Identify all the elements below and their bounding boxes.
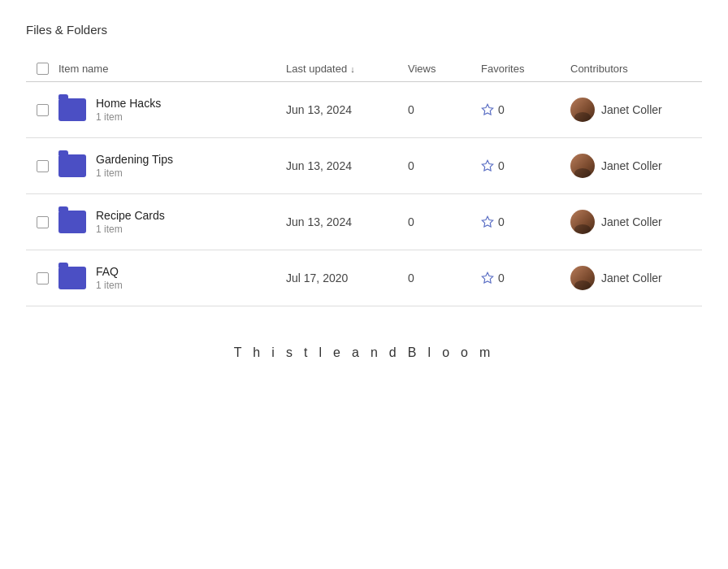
item-cell: Recipe Cards 1 item xyxy=(58,209,286,235)
item-name: Recipe Cards xyxy=(96,209,165,222)
svg-marker-2 xyxy=(482,216,492,227)
sort-arrow-down: ↓ xyxy=(350,64,355,74)
favorites-count: 0 xyxy=(498,215,505,228)
svg-marker-3 xyxy=(482,272,492,283)
star-icon xyxy=(481,103,494,116)
svg-marker-1 xyxy=(482,160,492,171)
item-name: FAQ xyxy=(96,265,123,278)
folder-icon xyxy=(58,267,86,289)
item-count: 1 item xyxy=(96,111,161,123)
row-checkbox-cell xyxy=(26,160,58,172)
contributors-cell: Janet Coller xyxy=(570,98,717,122)
star-icon xyxy=(481,215,494,228)
views-cell: 0 xyxy=(408,215,481,228)
more-options-button[interactable]: ⋮ xyxy=(717,154,728,178)
header-checkbox-cell xyxy=(26,63,58,75)
page-title: Files & Folders xyxy=(26,23,702,37)
avatar xyxy=(570,210,595,234)
contributors-cell: Janet Coller xyxy=(570,210,717,234)
more-options-button[interactable]: ⋮ xyxy=(717,98,728,122)
star-icon xyxy=(481,159,494,172)
item-cell: Gardening Tips 1 item xyxy=(58,153,286,179)
date-cell: Jun 13, 2024 xyxy=(286,103,408,116)
table-header: Item name Last updated ↓ Views Favorites… xyxy=(26,56,702,82)
item-count: 1 item xyxy=(96,280,123,291)
col-last-updated[interactable]: Last updated ↓ xyxy=(286,63,408,75)
row-checkbox[interactable] xyxy=(37,272,49,284)
files-table: Item name Last updated ↓ Views Favorites… xyxy=(26,56,702,306)
avatar xyxy=(570,266,595,290)
item-info: FAQ 1 item xyxy=(96,265,123,291)
contributor-name: Janet Coller xyxy=(601,271,662,284)
contributor-name: Janet Coller xyxy=(601,215,662,228)
table-row: FAQ 1 item Jul 17, 2020 0 0 Janet Coller… xyxy=(26,250,702,306)
contributors-cell: Janet Coller xyxy=(570,154,717,178)
col-contributors: Contributors xyxy=(570,63,717,75)
row-checkbox-cell xyxy=(26,104,58,116)
contributors-cell: Janet Coller xyxy=(570,266,717,290)
avatar xyxy=(570,98,595,122)
footer-brand: T h i s t l e a n d B l o o m xyxy=(26,345,702,360)
svg-marker-0 xyxy=(482,104,492,115)
contributor-name: Janet Coller xyxy=(601,159,662,172)
views-cell: 0 xyxy=(408,159,481,172)
col-item-name: Item name xyxy=(58,63,286,75)
folder-icon xyxy=(58,154,86,177)
favorites-cell[interactable]: 0 xyxy=(481,271,570,284)
table-row: Gardening Tips 1 item Jun 13, 2024 0 0 J… xyxy=(26,138,702,194)
item-info: Recipe Cards 1 item xyxy=(96,209,165,235)
date-cell: Jun 13, 2024 xyxy=(286,215,408,228)
item-cell: FAQ 1 item xyxy=(58,265,286,291)
views-cell: 0 xyxy=(408,271,481,284)
row-checkbox-cell xyxy=(26,216,58,228)
table-body: Home Hacks 1 item Jun 13, 2024 0 0 Janet… xyxy=(26,82,702,306)
item-info: Home Hacks 1 item xyxy=(96,97,161,123)
favorites-cell[interactable]: 0 xyxy=(481,159,570,172)
folder-icon xyxy=(58,211,86,233)
col-favorites: Favorites xyxy=(481,63,570,75)
contributor-name: Janet Coller xyxy=(601,103,662,116)
more-options-button[interactable]: ⋮ xyxy=(717,210,728,234)
views-cell: 0 xyxy=(408,103,481,116)
page: Files & Folders Item name Last updated ↓… xyxy=(0,0,728,569)
more-options-cell: ⋮ xyxy=(717,266,728,290)
more-options-cell: ⋮ xyxy=(717,98,728,122)
col-views: Views xyxy=(408,63,481,75)
table-row: Recipe Cards 1 item Jun 13, 2024 0 0 Jan… xyxy=(26,194,702,250)
table-row: Home Hacks 1 item Jun 13, 2024 0 0 Janet… xyxy=(26,82,702,138)
date-cell: Jul 17, 2020 xyxy=(286,271,408,284)
row-checkbox[interactable] xyxy=(37,104,49,116)
avatar xyxy=(570,154,595,178)
favorites-count: 0 xyxy=(498,103,505,116)
item-name: Home Hacks xyxy=(96,97,161,110)
item-count: 1 item xyxy=(96,224,165,235)
favorites-cell[interactable]: 0 xyxy=(481,103,570,116)
row-checkbox[interactable] xyxy=(37,160,49,172)
favorites-cell[interactable]: 0 xyxy=(481,215,570,228)
more-options-button[interactable]: ⋮ xyxy=(717,266,728,290)
date-cell: Jun 13, 2024 xyxy=(286,159,408,172)
row-checkbox[interactable] xyxy=(37,216,49,228)
favorites-count: 0 xyxy=(498,159,505,172)
more-options-cell: ⋮ xyxy=(717,210,728,234)
item-cell: Home Hacks 1 item xyxy=(58,97,286,123)
item-count: 1 item xyxy=(96,167,173,179)
select-all-checkbox[interactable] xyxy=(37,63,49,75)
favorites-count: 0 xyxy=(498,271,505,284)
item-name: Gardening Tips xyxy=(96,153,173,166)
more-options-cell: ⋮ xyxy=(717,154,728,178)
item-info: Gardening Tips 1 item xyxy=(96,153,173,179)
folder-icon xyxy=(58,98,86,121)
star-icon xyxy=(481,271,494,284)
row-checkbox-cell xyxy=(26,272,58,284)
